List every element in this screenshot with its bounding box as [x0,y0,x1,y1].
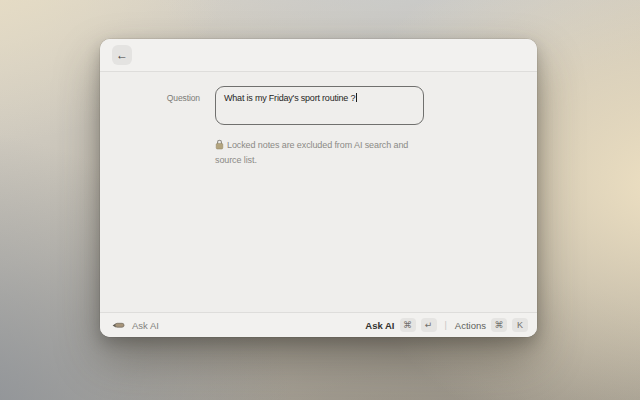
question-text: What is my Friday's sport routine ? [224,93,355,103]
window-body: Question What is my Friday's sport routi… [100,73,537,312]
window-footer: Ask AI Ask AI ⌘ ↵ | Actions ⌘ K [100,312,537,337]
ask-ai-button[interactable]: Ask AI ⌘ ↵ [365,318,436,332]
back-arrow-icon: ← [116,48,128,62]
k-key-badge: K [512,318,528,332]
footer-actions: Ask AI ⌘ ↵ | Actions ⌘ K [365,318,528,332]
footer-app-indicator: Ask AI [112,316,159,334]
footer-left-label: Ask AI [132,320,159,331]
back-button[interactable]: ← [112,45,132,65]
lock-icon [215,139,224,154]
question-label: Question [100,93,200,103]
actions-label: Actions [455,320,486,331]
locked-note: Locked notes are excluded from AI search… [215,139,429,167]
command-key-badge: ⌘ [491,318,507,332]
locked-note-text: Locked notes are excluded from AI search… [215,140,408,165]
ask-ai-window: ← Question What is my Friday's sport rou… [100,39,537,337]
window-header: ← [100,39,537,72]
footer-separator: | [445,320,447,330]
command-key-badge: ⌘ [400,318,416,332]
actions-button[interactable]: Actions ⌘ K [455,318,528,332]
question-input[interactable]: What is my Friday's sport routine ? [215,86,424,125]
ask-ai-label: Ask AI [365,320,394,331]
return-key-badge: ↵ [421,318,437,332]
pen-icon [112,316,125,334]
text-caret [356,93,357,102]
